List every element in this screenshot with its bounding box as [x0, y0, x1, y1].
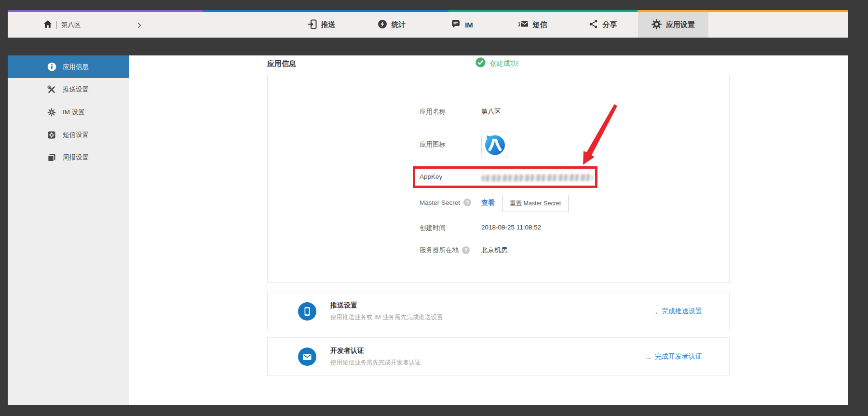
tab-app-settings[interactable]: 应用设置: [638, 12, 708, 38]
help-icon[interactable]: ?: [462, 246, 470, 254]
check-circle-icon: [475, 57, 486, 69]
sidebar-item-label: IM 设置: [63, 108, 85, 117]
home-icon: [43, 20, 52, 30]
envelope-icon: [298, 348, 316, 366]
server-location-label-text: 服务器所在地: [420, 246, 459, 255]
sidebar-item-im-settings[interactable]: IM 设置: [8, 101, 129, 123]
help-icon[interactable]: ?: [463, 199, 471, 206]
app-logo: [481, 132, 508, 158]
card-description: 使用推送业务或 IM 业务需先完成推送设置: [330, 313, 443, 322]
stats-icon: [378, 19, 387, 30]
tab-label: 分享: [603, 20, 617, 29]
developer-certification-card: 开发者认证 使用短信业务需先完成开发者认证 → 完成开发者认证: [267, 337, 730, 376]
main-panel: 应用信息 创建成功! 应用名称 第八区 应用图标: [129, 55, 848, 405]
reset-master-secret-button[interactable]: 重置 Master Secret: [502, 195, 569, 212]
tab-label: 应用设置: [666, 20, 695, 29]
complete-push-settings-link[interactable]: → 完成推送设置: [651, 307, 702, 316]
master-secret-label-text: Master Secret: [420, 199, 460, 206]
service-tabs: 推送 统计 IM 短信: [286, 12, 708, 38]
complete-developer-certification-link[interactable]: → 完成开发者认证: [645, 352, 702, 361]
success-banner: 创建成功!: [475, 57, 519, 69]
section-title: 应用信息: [267, 59, 296, 68]
app-info-panel: 应用名称 第八区 应用图标: [267, 75, 730, 283]
row-server-location: 服务器所在地 ? 北京机房: [268, 246, 729, 256]
master-secret-label: Master Secret ?: [420, 199, 471, 206]
sms-icon: [518, 19, 529, 30]
card-link-label: 完成开发者认证: [655, 352, 702, 361]
push-settings-card: 推送设置 使用推送业务或 IM 业务需先完成推送设置 → 完成推送设置: [267, 293, 730, 330]
arrow-right-icon: →: [651, 308, 659, 316]
push-icon: [307, 19, 317, 31]
card-title: 推送设置: [330, 301, 443, 310]
card-title: 开发者认证: [330, 347, 421, 355]
content-frame: 应用信息 推送设置 IM 设置 短信设置: [8, 55, 848, 405]
home-app-selector[interactable]: 第八区: [43, 12, 81, 38]
card-text: 推送设置 使用推送业务或 IM 业务需先完成推送设置: [330, 301, 443, 322]
sidebar-item-sms-settings[interactable]: 短信设置: [8, 123, 129, 146]
sms-settings-icon: [47, 130, 56, 140]
divider: [56, 21, 57, 29]
row-app-name: 应用名称 第八区: [268, 107, 729, 118]
chevron-right-icon[interactable]: [136, 22, 142, 30]
top-navbar: 第八区 推送 统计: [8, 10, 848, 38]
card-description: 使用短信业务需先完成开发者认证: [330, 359, 421, 367]
tab-stats[interactable]: 统计: [356, 12, 427, 38]
row-master-secret: Master Secret ? 查看 重置 Master Secret: [268, 199, 729, 209]
app-name-value: 第八区: [481, 107, 501, 116]
sidebar-item-weekly-report-settings[interactable]: 周报设置: [8, 146, 129, 169]
card-link-label: 完成推送设置: [662, 307, 702, 316]
app-name-label: 应用名称: [420, 107, 446, 116]
tab-label: IM: [465, 21, 473, 29]
chat-bubble-icon: [451, 19, 461, 30]
server-location-value: 北京机房: [481, 246, 507, 255]
sidebar-item-label: 应用信息: [63, 63, 89, 71]
weekly-report-icon: [47, 153, 56, 162]
share-icon: [589, 19, 598, 30]
created-at-label: 创建时间: [420, 224, 446, 232]
tools-icon: [47, 85, 56, 94]
settings-sidebar: 应用信息 推送设置 IM 设置 短信设置: [8, 55, 129, 405]
tab-push[interactable]: 推送: [286, 12, 356, 38]
appkey-label: AppKey: [420, 173, 442, 180]
created-at-value: 2018-08-25 11:08:52: [481, 224, 541, 231]
view-master-secret-link[interactable]: 查看: [481, 199, 495, 207]
app-icon-label: 应用图标: [420, 140, 446, 149]
page: 第八区 推送 统计: [0, 0, 868, 416]
row-appkey: AppKey: [268, 173, 729, 184]
sidebar-item-label: 周报设置: [63, 153, 89, 162]
info-circle-icon: [47, 62, 56, 72]
sidebar-item-app-info[interactable]: 应用信息: [8, 55, 129, 78]
red-annotation-arrow: [576, 102, 624, 170]
tab-im[interactable]: IM: [427, 12, 497, 38]
success-message: 创建成功!: [490, 59, 519, 68]
tab-label: 统计: [392, 20, 406, 29]
card-text: 开发者认证 使用短信业务需先完成开发者认证: [330, 347, 421, 367]
navbar-row: 第八区 推送 统计: [8, 12, 848, 38]
sidebar-item-push-settings[interactable]: 推送设置: [8, 78, 129, 101]
smartphone-icon: [298, 302, 316, 321]
tab-share[interactable]: 分享: [568, 12, 638, 38]
row-created-at: 创建时间 2018-08-25 11:08:52: [268, 224, 729, 234]
tab-label: 短信: [533, 20, 547, 29]
gear-icon: [651, 19, 662, 31]
tab-sms[interactable]: 短信: [497, 12, 568, 38]
sidebar-item-label: 推送设置: [63, 85, 89, 94]
gear-small-icon: [47, 107, 56, 117]
tab-label: 推送: [321, 20, 336, 29]
current-app-name: 第八区: [61, 21, 81, 29]
arrow-right-icon: →: [645, 353, 652, 361]
sidebar-item-label: 短信设置: [63, 131, 89, 139]
server-location-label: 服务器所在地 ?: [420, 246, 470, 255]
